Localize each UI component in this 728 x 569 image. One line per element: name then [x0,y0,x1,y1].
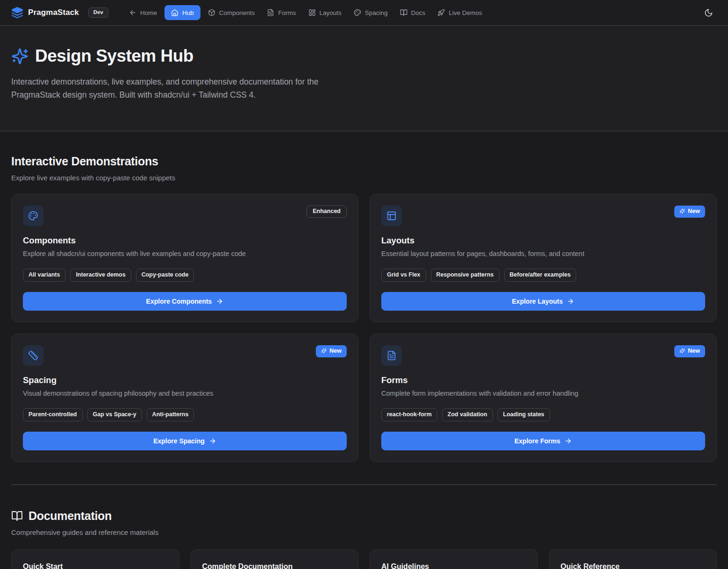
demo-card-spacing: NewSpacingVisual demonstrations of spaci… [11,334,358,462]
sparkles-icon [321,348,327,354]
ruler-icon [28,350,38,361]
page-title: Design System Hub [35,46,193,66]
demo-card-forms: NewFormsComplete form implementations wi… [370,334,717,462]
dev-badge: Dev [88,7,108,18]
explore-layouts-button[interactable]: Explore Layouts [381,292,705,311]
brand[interactable]: PragmaStack Dev [11,7,108,19]
top-navbar: PragmaStack Dev HomeHubComponentsFormsLa… [0,0,728,26]
tag: Zod validation [442,408,493,421]
arrow-right-icon [564,437,572,445]
tag-row: Grid vs FlexResponsive patternsBefore/af… [381,269,705,282]
palette-icon [354,9,361,16]
demos-subheading: Explore live examples with copy-paste co… [11,174,717,182]
nav-item-label: Spacing [365,9,388,16]
card-description: Complete form implementations with valid… [381,390,705,397]
badge-label: New [329,348,342,355]
card-badge: New [674,206,705,218]
tag-row: All variantsInteractive demosCopy-paste … [23,269,347,282]
sparkles-icon [679,208,685,214]
package-icon [208,9,215,16]
sparkles-icon [11,48,29,65]
documentation-section: Documentation Comprehensive guides and r… [11,485,717,569]
card-icon-tile [381,345,402,366]
book-open-icon [400,9,407,16]
nav-item-label: Live Demos [449,9,482,16]
demo-card-grid: EnhancedComponentsExplore all shadcn/ui … [11,194,717,462]
palette-icon [354,9,361,16]
arrow-left-icon [129,9,136,16]
tag: Loading states [498,408,550,421]
rocket-icon [437,9,445,16]
nav-item-layouts[interactable]: Layouts [304,5,346,20]
brand-name: PragmaStack [28,8,79,17]
cta-label: Explore Spacing [153,437,205,445]
card-badge: Enhanced [307,206,347,218]
badge-label: New [688,208,700,215]
sparkles-icon [679,348,685,354]
badge-label: Enhanced [313,208,341,215]
nav-item-spacing[interactable]: Spacing [349,5,393,20]
tag: All variants [23,269,65,282]
book-open-icon [11,510,23,522]
arrow-left-icon [129,9,136,16]
nav-item-forms[interactable]: Forms [262,5,300,20]
card-title: Components [23,235,347,246]
doc-card-grid: Quick Start5-minute crash courseComplete… [11,549,717,569]
card-icon-tile [381,206,402,226]
demo-card-components: EnhancedComponentsExplore all shadcn/ui … [11,194,358,322]
tag-row: react-hook-formZod validationLoading sta… [381,408,705,421]
layout-dashboard-icon [308,9,316,16]
navbar-right [700,4,717,21]
nav-item-live-demos[interactable]: Live Demos [433,5,486,20]
card-description: Explore all shadcn/ui components with li… [23,250,347,257]
tag: Gap vs Space-y [87,408,142,421]
explore-forms-button[interactable]: Explore Forms [381,432,705,450]
tag: Before/after examples [504,269,577,282]
layers-icon [11,7,23,19]
explore-components-button[interactable]: Explore Components [23,292,347,311]
card-title: Spacing [23,375,347,385]
doc-card-title: Quick Reference [561,562,706,569]
layers-icon [11,7,23,19]
doc-card-complete-documentation[interactable]: Complete DocumentationFull design system… [191,549,359,569]
file-text-icon [267,9,274,16]
tag: Responsive patterns [431,269,500,282]
documentation-heading: Documentation [29,509,112,523]
documentation-subheading: Comprehensive guides and reference mater… [11,528,717,536]
doc-card-quick-start[interactable]: Quick Start5-minute crash course [11,549,179,569]
nav-item-home[interactable]: Home [124,5,162,20]
doc-card-title: AI Guidelines [381,562,526,569]
card-icon-tile [23,206,43,226]
panels-top-left-icon [386,211,397,221]
explore-spacing-button[interactable]: Explore Spacing [23,432,347,450]
hero-description: Interactive demonstrations, live example… [11,75,363,102]
cta-label: Explore Components [146,298,212,305]
arrow-right-icon [567,298,574,305]
card-badge: New [316,345,347,357]
nav-item-docs[interactable]: Docs [395,5,430,20]
theme-toggle-button[interactable] [700,4,717,21]
doc-card-ai-guidelines[interactable]: AI GuidelinesRules for AI code generatio… [370,549,538,569]
card-description: Visual demonstrations of spacing philoso… [23,390,347,397]
nav-item-label: Home [140,9,157,16]
tag: react-hook-form [381,408,437,421]
demos-heading: Interactive Demonstrations [11,155,717,168]
card-icon-tile [23,345,43,366]
tag: Interactive demos [70,269,131,282]
palette-icon [28,211,38,221]
cta-label: Explore Layouts [512,298,563,305]
card-title: Forms [381,375,705,385]
nav-item-components[interactable]: Components [203,5,260,20]
nav-item-hub[interactable]: Hub [164,5,200,20]
tag: Copy-paste code [136,269,194,282]
nav-item-label: Layouts [320,9,342,16]
card-badge: New [674,345,705,357]
tag-row: Parent-controlledGap vs Space-yAnti-patt… [23,408,347,421]
doc-card-title: Complete Documentation [202,562,347,569]
sparkles-icon [11,48,29,65]
doc-card-quick-reference[interactable]: Quick ReferenceCheat sheet for lookups [549,549,717,569]
badge-label: New [688,348,700,355]
rocket-icon [437,9,445,16]
nav-list: HomeHubComponentsFormsLayoutsSpacingDocs… [124,5,487,20]
tag: Parent-controlled [23,408,83,421]
